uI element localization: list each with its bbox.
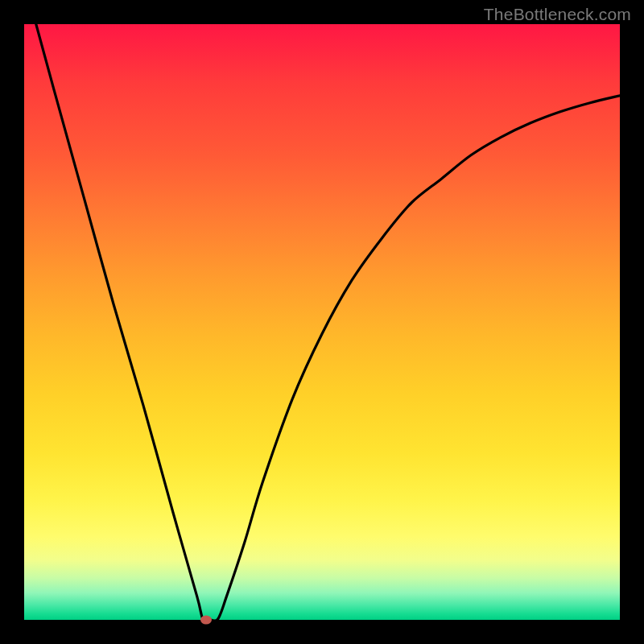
optimum-marker xyxy=(200,616,212,625)
plot-area xyxy=(24,24,620,620)
chart-frame: TheBottleneck.com xyxy=(0,0,644,644)
watermark-text: TheBottleneck.com xyxy=(484,5,631,24)
line-curve xyxy=(24,24,620,620)
